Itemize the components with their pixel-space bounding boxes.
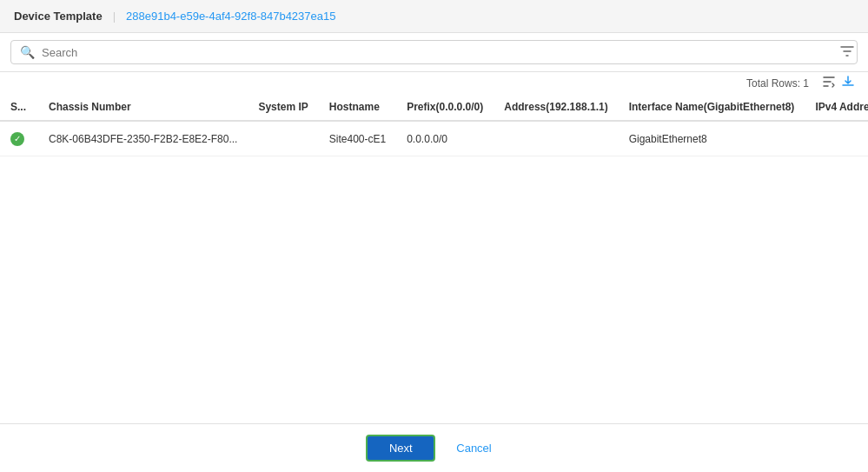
header-separator: |	[113, 10, 116, 23]
next-button[interactable]: Next	[366, 435, 435, 462]
cell-chassis: C8K-06B43DFE-2350-F2B2-E8E2-F80...	[38, 121, 248, 156]
col-header-sysip: System IP	[248, 94, 318, 121]
col-header-status: S...	[0, 94, 38, 121]
search-input-wrapper[interactable]: 🔍	[10, 40, 858, 64]
table-row: ✓C8K-06B43DFE-2350-F2B2-E8E2-F80...Site4…	[0, 121, 868, 156]
col-header-address: Address(192.188.1.1)	[494, 94, 618, 121]
table-header-row: S... Chassis Number System IP Hostname P…	[0, 94, 868, 121]
filter-icon[interactable]	[840, 44, 854, 61]
cell-address	[494, 121, 618, 156]
table-wrapper: S... Chassis Number System IP Hostname P…	[0, 94, 868, 423]
col-header-iface: Interface Name(GigabitEthernet8)	[619, 94, 805, 121]
template-id: 288e91b4-e59e-4af4-92f8-847b4237ea15	[126, 10, 335, 23]
filter-rows-icon[interactable]	[823, 76, 835, 90]
total-rows-label: Total Rows: 1	[746, 77, 809, 90]
search-input[interactable]	[42, 46, 848, 59]
page-container: Device Template | 288e91b4-e59e-4af4-92f…	[0, 0, 868, 472]
status-ok-icon: ✓	[10, 132, 24, 146]
search-bar: 🔍	[0, 33, 868, 72]
cancel-button[interactable]: Cancel	[446, 436, 501, 460]
col-header-prefix: Prefix(0.0.0.0/0)	[396, 94, 494, 121]
header-bar: Device Template | 288e91b4-e59e-4af4-92f…	[0, 0, 868, 33]
col-header-ipv4: IPv4 Address/ prefix-k	[805, 94, 868, 121]
cell-ipv4: ⋯	[805, 121, 868, 156]
table-toolbar: Total Rows: 1	[0, 72, 868, 94]
cell-prefix: 0.0.0.0/0	[396, 121, 494, 156]
footer: Next Cancel	[0, 423, 868, 472]
search-icon: 🔍	[20, 45, 35, 59]
download-icon[interactable]	[842, 76, 854, 90]
data-table: S... Chassis Number System IP Hostname P…	[0, 94, 868, 156]
cell-hostname: Site400-cE1	[319, 121, 396, 156]
col-header-hostname: Hostname	[319, 94, 396, 121]
cell-sysip	[248, 121, 318, 156]
cell-status: ✓	[0, 121, 38, 156]
col-header-chassis: Chassis Number	[38, 94, 248, 121]
page-title: Device Template	[14, 10, 103, 23]
cell-interface-name: GigabitEthernet8	[619, 121, 805, 156]
